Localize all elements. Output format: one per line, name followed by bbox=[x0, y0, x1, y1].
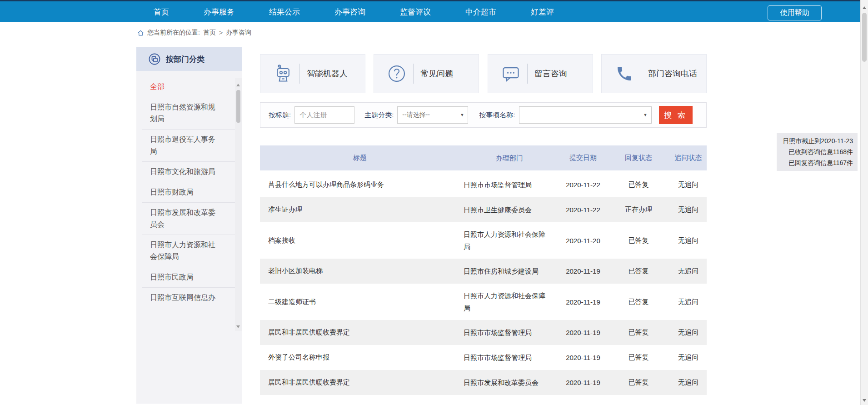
divider bbox=[299, 64, 300, 84]
question-icon bbox=[386, 64, 408, 84]
row-date: 2020-11-19 bbox=[559, 345, 607, 370]
table-row[interactable]: 莒县什么地方可以办理商品条形码业务 日照市市场监督管理局 2020-11-22 … bbox=[260, 172, 707, 197]
nav-item-agency-market[interactable]: 中介超市 bbox=[465, 7, 496, 17]
chevron-down-icon: ▼ bbox=[460, 113, 464, 117]
row-title[interactable]: 二级建造师证书 bbox=[260, 284, 460, 320]
chevron-down-icon: ▼ bbox=[644, 113, 648, 117]
sidebar-header: 按部门分类 bbox=[136, 47, 242, 71]
row-department: 日照市发展和改革委员会 bbox=[460, 370, 559, 395]
top-navbar: 首页 办事服务 结果公示 办事咨询 监督评议 中介超市 好差评 使用帮助 bbox=[0, 0, 860, 22]
scroll-up-icon[interactable] bbox=[236, 84, 240, 86]
scroll-down-icon[interactable] bbox=[863, 399, 866, 402]
item-name-select[interactable]: ▼ bbox=[519, 106, 652, 124]
table-row[interactable]: 二级建造师证书 日照市人力资源和社会保障局 2020-11-19 已答复 无追问 bbox=[260, 284, 707, 320]
item-name-label: 按事项名称: bbox=[479, 111, 515, 120]
row-reply-status: 已答复 bbox=[607, 259, 670, 284]
nav-item-home[interactable]: 首页 bbox=[154, 7, 169, 17]
breadcrumb-current: 办事咨询 bbox=[226, 29, 251, 37]
page-scrollbar[interactable] bbox=[860, 0, 868, 405]
category-select[interactable]: --请选择-- ▼ bbox=[397, 106, 468, 124]
row-title[interactable]: 居民和非居民供暖收费界定 bbox=[260, 320, 460, 345]
card-label: 部门咨询电话 bbox=[648, 68, 697, 79]
scrollbar-thumb[interactable] bbox=[862, 13, 867, 62]
row-title[interactable]: 档案接收 bbox=[260, 222, 460, 259]
sidebar-scrollbar[interactable] bbox=[235, 78, 242, 331]
nav-item-results[interactable]: 结果公示 bbox=[269, 7, 300, 17]
sidebar-item-civil-affairs[interactable]: 日照市民政局 bbox=[142, 267, 237, 288]
col-header-date: 提交日期 bbox=[559, 154, 607, 162]
row-follow-status: 无追问 bbox=[670, 370, 707, 395]
department-list: 全部 日照市自然资源和规划局 日照市退役军人事务局 日照市文化和旅游局 日照市财… bbox=[142, 77, 237, 308]
table-row[interactable]: 居民和非居民供暖收费界定 日照市市场监督管理局 2020-11-19 已答复 无… bbox=[260, 320, 707, 345]
sidebar-item-human-resources[interactable]: 日照市人力资源和社会保障局 bbox=[142, 235, 237, 267]
leave-message-card[interactable]: 留言咨询 bbox=[488, 54, 593, 93]
table-header: 标题 办理部门 提交日期 回复状态 追问状态 bbox=[260, 145, 707, 170]
row-follow-status: 无追问 bbox=[670, 172, 707, 197]
table-row[interactable]: 档案接收 日照市人力资源和社会保障局 2020-11-20 已答复 无追问 bbox=[260, 222, 707, 259]
row-date: 2020-11-22 bbox=[559, 197, 607, 222]
phone-icon bbox=[614, 65, 635, 83]
sidebar-item-finance[interactable]: 日照市财政局 bbox=[142, 182, 237, 203]
search-bar: 按标题: 主题分类: --请选择-- ▼ 按事项名称: ▼ 搜 索 bbox=[260, 102, 707, 128]
sidebar-item-development-reform[interactable]: 日照市发展和改革委员会 bbox=[142, 203, 237, 235]
row-reply-status: 正在办理 bbox=[607, 197, 670, 222]
divider bbox=[641, 64, 641, 84]
row-title[interactable]: 准生证办理 bbox=[260, 197, 460, 222]
sidebar-item-culture-tourism[interactable]: 日照市文化和旅游局 bbox=[142, 162, 237, 182]
table-row[interactable]: 外资子公司名称申报 日照市市场监督管理局 2020-11-19 已答复 无追问 bbox=[260, 345, 707, 370]
row-title[interactable]: 莒县什么地方可以办理商品条形码业务 bbox=[260, 172, 460, 197]
row-department: 日照市市场监督管理局 bbox=[460, 172, 559, 197]
row-department: 日照市市场监督管理局 bbox=[460, 345, 559, 370]
col-header-department: 办理部门 bbox=[460, 152, 559, 164]
scroll-down-icon[interactable] bbox=[236, 325, 240, 328]
sidebar-item-veterans-affairs[interactable]: 日照市退役军人事务局 bbox=[142, 130, 237, 162]
table-body: 莒县什么地方可以办理商品条形码业务 日照市市场监督管理局 2020-11-22 … bbox=[260, 172, 707, 395]
consultation-stats: 日照市截止到2020-11-23 已收到咨询信息1168件 已回复咨询信息116… bbox=[777, 133, 858, 171]
row-reply-status: 已答复 bbox=[607, 370, 670, 395]
card-label: 智能机器人 bbox=[307, 68, 348, 79]
col-header-reply-status: 回复状态 bbox=[607, 154, 670, 162]
row-title[interactable]: 外资子公司名称申报 bbox=[260, 345, 460, 370]
row-follow-status: 无追问 bbox=[670, 197, 707, 222]
scroll-up-icon[interactable] bbox=[863, 6, 866, 9]
row-department: 日照市人力资源和社会保障局 bbox=[460, 222, 559, 259]
row-date: 2020-11-19 bbox=[559, 320, 607, 345]
row-date: 2020-11-20 bbox=[559, 222, 607, 259]
sidebar-item-all[interactable]: 全部 bbox=[142, 77, 237, 97]
stats-line: 已收到咨询信息1168件 bbox=[778, 146, 853, 157]
scrollbar-thumb[interactable] bbox=[236, 90, 240, 123]
nav-item-supervision[interactable]: 监督评议 bbox=[400, 7, 431, 17]
consultations-table: 标题 办理部门 提交日期 回复状态 追问状态 莒县什么地方可以办理商品条形码业务… bbox=[260, 145, 707, 395]
quick-link-cards: 智能机器人 常见问题 bbox=[260, 54, 707, 93]
sidebar-title: 按部门分类 bbox=[166, 54, 205, 65]
table-row[interactable]: 准生证办理 日照市卫生健康委员会 2020-11-22 正在办理 无追问 bbox=[260, 197, 707, 222]
row-title[interactable]: 老旧小区加装电梯 bbox=[260, 259, 460, 284]
help-button[interactable]: 使用帮助 bbox=[768, 5, 822, 20]
row-title[interactable]: 居民和非居民供暖收费界定 bbox=[260, 370, 460, 395]
table-row[interactable]: 老旧小区加装电梯 日照市住房和城乡建设局 2020-11-19 已答复 无追问 bbox=[260, 259, 707, 284]
row-date: 2020-11-22 bbox=[559, 172, 607, 197]
nav-item-consultation[interactable]: 办事咨询 bbox=[334, 7, 365, 17]
sidebar-item-natural-resources[interactable]: 日照市自然资源和规划局 bbox=[142, 97, 237, 130]
row-follow-status: 无追问 bbox=[670, 284, 707, 320]
breadcrumb: 您当前所在的位置: 首页 > 办事咨询 bbox=[137, 29, 251, 37]
phone-consult-card[interactable]: 部门咨询电话 bbox=[601, 54, 707, 93]
department-sidebar: 按部门分类 全部 日照市自然资源和规划局 日照市退役军人事务局 日照市文化和旅游… bbox=[136, 47, 242, 404]
category-select-value: --请选择-- bbox=[402, 111, 430, 119]
breadcrumb-separator: > bbox=[219, 29, 223, 36]
row-reply-status: 已答复 bbox=[607, 284, 670, 320]
row-follow-status: 无追问 bbox=[670, 259, 707, 284]
breadcrumb-home[interactable]: 首页 bbox=[203, 29, 216, 37]
nav-item-rating[interactable]: 好差评 bbox=[531, 7, 554, 17]
smart-robot-card[interactable]: 智能机器人 bbox=[260, 54, 365, 93]
row-department: 日照市人力资源和社会保障局 bbox=[460, 284, 559, 320]
search-button[interactable]: 搜 索 bbox=[659, 106, 693, 124]
nav-items: 首页 办事服务 结果公示 办事咨询 监督评议 中介超市 好差评 bbox=[0, 7, 554, 17]
row-department: 日照市市场监督管理局 bbox=[460, 320, 559, 345]
nav-item-services[interactable]: 办事服务 bbox=[204, 7, 234, 17]
title-search-input[interactable] bbox=[294, 106, 354, 124]
sidebar-item-internet-info[interactable]: 日照市互联网信息办 bbox=[142, 288, 237, 308]
table-row[interactable]: 居民和非居民供暖收费界定 日照市发展和改革委员会 2020-11-19 已答复 … bbox=[260, 370, 707, 395]
page: 首页 办事服务 结果公示 办事咨询 监督评议 中介超市 好差评 使用帮助 您当前… bbox=[0, 0, 868, 405]
faq-card[interactable]: 常见问题 bbox=[374, 54, 479, 93]
